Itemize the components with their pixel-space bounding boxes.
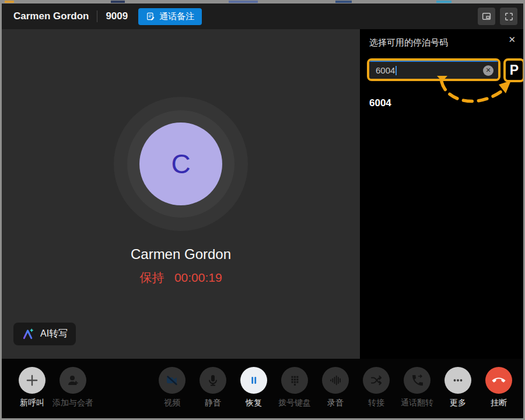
resume-button[interactable]: 恢复 <box>234 367 274 408</box>
toolbar-label: 更多 <box>450 398 466 408</box>
titlebar: Carmen Gordon 9009 通话备注 <box>2 4 523 29</box>
park-input-highlight: 6004 ✕ <box>367 58 501 81</box>
transfer-button[interactable]: 转接 <box>356 367 396 408</box>
call-toolbar: 新呼叫 添加与会者 视频 <box>2 359 523 418</box>
video-off-icon <box>159 367 186 394</box>
phone-flip-icon <box>404 367 430 394</box>
toolbar-label: 静音 <box>205 398 221 408</box>
waveform-icon <box>322 367 349 394</box>
hangup-phone-icon <box>485 367 512 394</box>
note-edit-icon <box>146 12 155 21</box>
backdrop-segment <box>436 1 452 3</box>
video-button[interactable]: 视频 <box>152 367 192 408</box>
keypad-icon <box>281 367 308 394</box>
add-participant-button[interactable]: 添加与会者 <box>53 367 93 408</box>
microphone-icon <box>200 367 226 394</box>
toolbar-label: 通话翻转 <box>401 398 433 408</box>
backdrop-segment <box>335 1 352 3</box>
toolbar-label: 恢复 <box>246 398 262 408</box>
toolbar-label: 转接 <box>368 398 384 408</box>
add-participant-icon <box>60 367 86 394</box>
park-button-label: P <box>510 64 519 77</box>
window-controls <box>478 8 517 25</box>
content-row: C Carmen Gordon 保持 00:00:19 <box>2 29 523 359</box>
stage-caller-name: Carmen Gordon <box>2 246 360 262</box>
toolbar-label: 视频 <box>164 398 180 408</box>
pause-icon <box>240 367 267 394</box>
titlebar-caller-name: Carmen Gordon <box>13 10 89 22</box>
more-button[interactable]: 更多 <box>438 367 478 408</box>
park-result-item[interactable]: 6004 <box>369 97 391 109</box>
call-notes-label: 通话备注 <box>159 11 194 22</box>
call-notes-button[interactable]: 通话备注 <box>138 8 202 25</box>
toolbar-label: 录音 <box>327 398 344 408</box>
park-input-row: 6004 ✕ P <box>367 58 523 82</box>
shuffle-arrows-icon <box>363 367 390 394</box>
avatar: C <box>139 123 222 205</box>
park-panel-title: 选择可用的停泊号码 <box>369 37 448 48</box>
clear-input-icon[interactable]: ✕ <box>483 65 494 76</box>
new-call-button[interactable]: 新呼叫 <box>12 367 52 408</box>
park-button[interactable]: P <box>503 58 523 82</box>
dialpad-button[interactable]: 拨号键盘 <box>275 367 314 408</box>
call-window: Carmen Gordon 9009 通话备注 <box>0 4 525 420</box>
text-caret <box>396 66 397 75</box>
toolbar-label: 拨号键盘 <box>278 398 311 408</box>
plus-icon <box>19 367 46 394</box>
park-number-input[interactable]: 6004 ✕ <box>369 61 498 79</box>
backdrop-segment <box>5 1 14 3</box>
park-panel: 选择可用的停泊号码 ✕ 6004 ✕ P 6004 <box>360 29 523 359</box>
picture-in-picture-icon[interactable] <box>478 8 495 25</box>
annotation-dashed-arrow <box>360 76 521 152</box>
toolbar-label: 挂断 <box>491 398 507 408</box>
hold-label: 保持 <box>139 271 164 284</box>
call-stage: C Carmen Gordon 保持 00:00:19 <box>2 29 360 359</box>
hangup-button[interactable]: 挂断 <box>479 367 519 408</box>
fullscreen-icon[interactable] <box>500 8 517 25</box>
backdrop-segment <box>111 1 125 3</box>
hold-status: 保持 00:00:19 <box>2 270 360 286</box>
ai-transcribe-button[interactable]: AI转写 <box>13 323 76 345</box>
record-button[interactable]: 录音 <box>316 367 355 408</box>
ai-logo-icon <box>22 327 35 341</box>
toolbar-label: 新呼叫 <box>20 398 44 408</box>
hold-timer: 00:00:19 <box>174 271 222 284</box>
more-dots-icon <box>444 367 471 394</box>
backdrop-segment <box>229 1 258 3</box>
titlebar-divider <box>97 10 97 22</box>
park-input-value: 6004 <box>376 65 395 75</box>
ai-transcribe-label: AI转写 <box>40 328 68 340</box>
titlebar-extension: 9009 <box>106 10 128 22</box>
avatar-rings: C <box>114 97 248 231</box>
mute-button[interactable]: 静音 <box>193 367 233 408</box>
avatar-initial: C <box>171 150 190 177</box>
close-icon[interactable]: ✕ <box>508 35 516 44</box>
call-flip-button[interactable]: 通话翻转 <box>397 367 437 408</box>
toolbar-label: 添加与会者 <box>52 398 93 408</box>
